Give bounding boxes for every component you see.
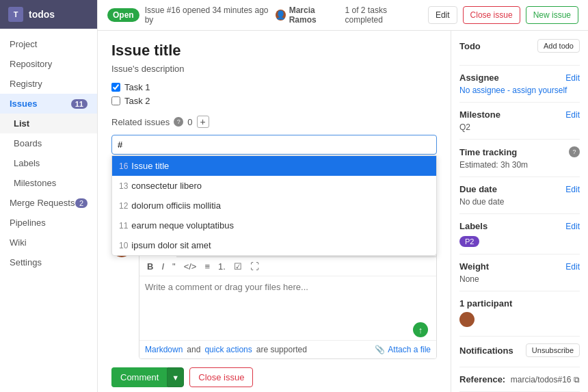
copy-reference-icon[interactable]: ⧉ (574, 375, 580, 384)
reference-value: marcia/todos#16 (511, 375, 572, 384)
checklist-button[interactable]: ☑ (232, 260, 244, 273)
todo-header: Todo Add todo (459, 39, 580, 53)
top-bar-text: Issue #16 opened 34 minutes ago by 👤 Mar… (145, 5, 423, 25)
sidebar-item-repository[interactable]: Repository (0, 54, 97, 74)
unordered-list-button[interactable]: ≡ (202, 260, 212, 273)
edit-button[interactable]: Edit (428, 6, 457, 24)
sidebar-item-registry[interactable]: Registry (0, 74, 97, 94)
weight-row: Weight Edit (459, 261, 580, 272)
due-date-edit[interactable]: Edit (565, 185, 580, 194)
comment-footer-left: Markdown and quick actions are supported (145, 345, 307, 354)
content-area: Issue title Issue's description Task 1 T… (98, 31, 588, 392)
send-icon[interactable]: ↑ (413, 322, 428, 337)
close-issue-button-bottom[interactable]: Close issue (189, 367, 253, 387)
participant-avatar (459, 312, 475, 327)
fullscreen-button[interactable]: ⛶ (248, 260, 261, 273)
merge-requests-badge: 2 (75, 198, 88, 208)
time-estimated: Estimated: 3h 30m (459, 160, 580, 170)
sidebar-nav: Project Repository Registry Issues 11 Li… (0, 29, 97, 278)
milestone-label: Milestone (459, 109, 500, 120)
comment-dropdown-button[interactable]: ▼ (167, 367, 184, 387)
dropdown-item-0[interactable]: 16 Issue title (112, 156, 436, 176)
comment-button[interactable]: Comment (111, 367, 167, 387)
close-issue-button-top[interactable]: Close issue (463, 6, 520, 24)
weight-edit[interactable]: Edit (565, 262, 580, 272)
new-issue-button[interactable]: New issue (526, 6, 578, 24)
issues-badge: 11 (71, 99, 88, 109)
search-input[interactable] (111, 135, 437, 155)
code-button[interactable]: </> (182, 260, 199, 273)
unsubscribe-button[interactable]: Unsubscribe (526, 343, 580, 357)
weight-section: Weight Edit None (459, 261, 580, 291)
comment-footer: Markdown and quick actions are supported… (139, 340, 436, 358)
notifications-label: Notifications (459, 345, 513, 356)
time-tracking-label: Time tracking (459, 147, 517, 157)
sidebar-item-issues[interactable]: Issues 11 (0, 94, 97, 114)
markdown-link[interactable]: Markdown (145, 345, 183, 354)
quote-button[interactable]: " (170, 260, 178, 273)
ordered-list-button[interactable]: 1. (216, 260, 228, 273)
time-tracking-help-icon[interactable]: ? (569, 146, 580, 157)
dropdown-item-2[interactable]: 12 dolorum officiis mollitia (112, 196, 436, 215)
milestone-value: Q2 (459, 122, 580, 132)
label-badge[interactable]: P2 (459, 236, 479, 247)
labels-section: Labels Edit P2 (459, 221, 580, 254)
todo-section: Todo Add todo (459, 39, 580, 66)
italic-button[interactable]: I (159, 260, 166, 273)
sidebar-item-labels[interactable]: Labels (0, 153, 97, 173)
due-date-label: Due date (459, 184, 497, 194)
label-badge-container: P2 (459, 234, 580, 247)
due-date-value: No due date (459, 197, 580, 207)
task-2-checkbox[interactable] (111, 96, 120, 105)
comment-submit-group: Comment ▼ (111, 367, 184, 387)
add-todo-button[interactable]: Add todo (537, 39, 580, 53)
dropdown-item-1[interactable]: 13 consectetur libero (112, 176, 436, 196)
task-item-2: Task 2 (111, 96, 437, 106)
sidebar-item-boards[interactable]: Boards (0, 133, 97, 153)
submit-area: Comment ▼ Close issue (111, 367, 437, 387)
sidebar-item-list[interactable]: List (0, 114, 97, 133)
top-bar: Open Issue #16 opened 34 minutes ago by … (98, 0, 588, 31)
dropdown-item-4[interactable]: 10 ipsum dolor sit amet (112, 235, 436, 255)
add-related-button[interactable]: + (197, 116, 209, 128)
sidebar-item-milestones[interactable]: Milestones (0, 173, 97, 193)
dropdown-item-3[interactable]: 11 earum neque voluptatibus (112, 215, 436, 235)
attach-file-button[interactable]: 📎 Attach a file (375, 345, 431, 354)
notifications-row: Notifications Unsubscribe (459, 343, 580, 357)
comment-textarea[interactable] (139, 276, 436, 317)
milestone-section: Milestone Edit Q2 (459, 109, 580, 140)
labels-edit[interactable]: Edit (565, 222, 580, 231)
milestone-edit[interactable]: Edit (565, 110, 580, 120)
related-issues-row: Related issues ? 0 + (111, 116, 437, 128)
milestone-row: Milestone Edit (459, 109, 580, 120)
task-item-1: Task 1 (111, 82, 437, 92)
participants-label: 1 participant (459, 298, 580, 309)
author-avatar: 👤 (276, 10, 286, 21)
quick-actions-link[interactable]: quick actions (204, 345, 252, 354)
sidebar-avatar: T (8, 7, 23, 22)
task-1-checkbox[interactable] (111, 83, 120, 92)
sidebar-item-pipelines[interactable]: Pipelines (0, 213, 97, 233)
due-date-section: Due date Edit No due date (459, 184, 580, 214)
bold-button[interactable]: B (145, 260, 155, 273)
issue-description: Issue's description (111, 64, 437, 74)
sidebar-item-wiki[interactable]: Wiki (0, 233, 97, 252)
notifications-section: Notifications Unsubscribe (459, 343, 580, 367)
assignee-row: Assignee Edit (459, 73, 580, 83)
time-tracking-row: Time tracking ? (459, 146, 580, 157)
participants-section: 1 participant (459, 298, 580, 337)
labels-row: Labels Edit (459, 221, 580, 231)
dropdown-list: 16 Issue title 13 consectetur libero 12 … (111, 155, 437, 256)
assignee-edit[interactable]: Edit (565, 73, 580, 83)
sidebar-item-merge-requests[interactable]: Merge Requests 2 (0, 193, 97, 213)
sidebar-item-project[interactable]: Project (0, 34, 97, 54)
sidebar-item-settings[interactable]: Settings (0, 252, 97, 272)
search-box-container: 16 Issue title 13 consectetur libero 12 … (111, 135, 437, 155)
comment-toolbar: B I " </> ≡ 1. ☑ ⛶ (139, 257, 436, 276)
task-list: Task 1 Task 2 (111, 82, 437, 106)
sidebar: T todos Project Repository Registry Issu… (0, 0, 98, 392)
right-panel: Todo Add todo Assignee Edit No assignee … (451, 31, 588, 392)
assignee-value[interactable]: No assignee - assign yourself (459, 86, 580, 95)
related-help-icon[interactable]: ? (174, 117, 183, 127)
participants-list (459, 312, 580, 329)
